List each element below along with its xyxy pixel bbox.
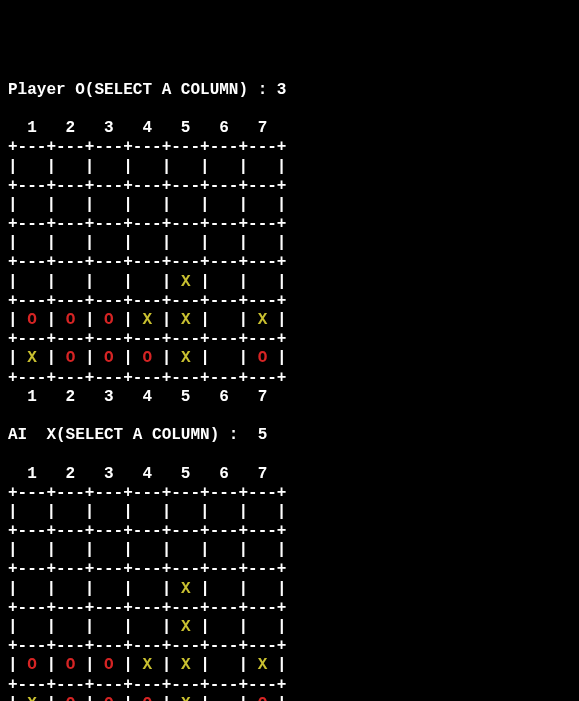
piece-x: X	[143, 311, 153, 329]
board-row-empty: | | | | | | | |	[8, 158, 286, 176]
board-row-5b: | O | O | O | X | X | | X |	[8, 656, 287, 674]
board-row-4b: | | | | | X | | |	[8, 618, 287, 636]
piece-o: O	[143, 695, 153, 701]
board-divider: +---+---+---+---+---+---+---+	[8, 676, 286, 694]
board-row-4: | | | | | X | | |	[8, 273, 287, 291]
piece-x: X	[181, 656, 191, 674]
board-divider: +---+---+---+---+---+---+---+	[8, 215, 286, 233]
board-row-empty: | | | | | | | |	[8, 234, 286, 252]
board-divider: +---+---+---+---+---+---+---+	[8, 253, 286, 271]
piece-x: X	[27, 349, 37, 367]
piece-x: X	[143, 656, 153, 674]
piece-x: X	[258, 656, 268, 674]
board-divider: +---+---+---+---+---+---+---+	[8, 637, 286, 655]
board-divider: +---+---+---+---+---+---+---+	[8, 369, 286, 387]
board-divider: +---+---+---+---+---+---+---+	[8, 177, 286, 195]
piece-x: X	[258, 311, 268, 329]
board-row-6: | X | O | O | O | X | | O |	[8, 349, 287, 367]
piece-o: O	[104, 349, 114, 367]
piece-o: O	[104, 695, 114, 701]
board-divider: +---+---+---+---+---+---+---+	[8, 138, 286, 156]
col-header-top-1: 1 2 3 4 5 6 7	[8, 119, 267, 137]
piece-x: X	[181, 580, 191, 598]
board-row-6b: | X | O | O | O | X | | O |	[8, 695, 287, 701]
piece-o: O	[104, 656, 114, 674]
piece-o: O	[66, 656, 76, 674]
piece-o: O	[104, 311, 114, 329]
piece-x: X	[181, 618, 191, 636]
board-divider: +---+---+---+---+---+---+---+	[8, 330, 286, 348]
piece-o: O	[143, 349, 153, 367]
piece-x: X	[181, 311, 191, 329]
ai-prompt: AI X(SELECT A COLUMN) : 5	[8, 426, 267, 444]
piece-o: O	[258, 349, 268, 367]
board-divider: +---+---+---+---+---+---+---+	[8, 599, 286, 617]
board-row-empty: | | | | | | | |	[8, 503, 286, 521]
terminal-output: Player O(SELECT A COLUMN) : 3 1 2 3 4 5 …	[8, 81, 571, 701]
board-row-empty: | | | | | | | |	[8, 541, 286, 559]
board-row-3b: | | | | | X | | |	[8, 580, 287, 598]
board-divider: +---+---+---+---+---+---+---+	[8, 292, 286, 310]
col-header-top-2: 1 2 3 4 5 6 7	[8, 465, 267, 483]
piece-o: O	[66, 311, 76, 329]
board-divider: +---+---+---+---+---+---+---+	[8, 522, 286, 540]
piece-x: X	[181, 349, 191, 367]
board-divider: +---+---+---+---+---+---+---+	[8, 484, 286, 502]
piece-o: O	[27, 656, 37, 674]
board-row-empty: | | | | | | | |	[8, 196, 286, 214]
col-header-bottom-1: 1 2 3 4 5 6 7	[8, 388, 267, 406]
piece-x: X	[181, 273, 191, 291]
piece-x: X	[27, 695, 37, 701]
player-prompt: Player O(SELECT A COLUMN) : 3	[8, 81, 286, 99]
piece-o: O	[66, 349, 76, 367]
piece-x: X	[181, 695, 191, 701]
piece-o: O	[27, 311, 37, 329]
piece-o: O	[258, 695, 268, 701]
piece-o: O	[66, 695, 76, 701]
board-row-5: | O | O | O | X | X | | X |	[8, 311, 287, 329]
board-divider: +---+---+---+---+---+---+---+	[8, 560, 286, 578]
